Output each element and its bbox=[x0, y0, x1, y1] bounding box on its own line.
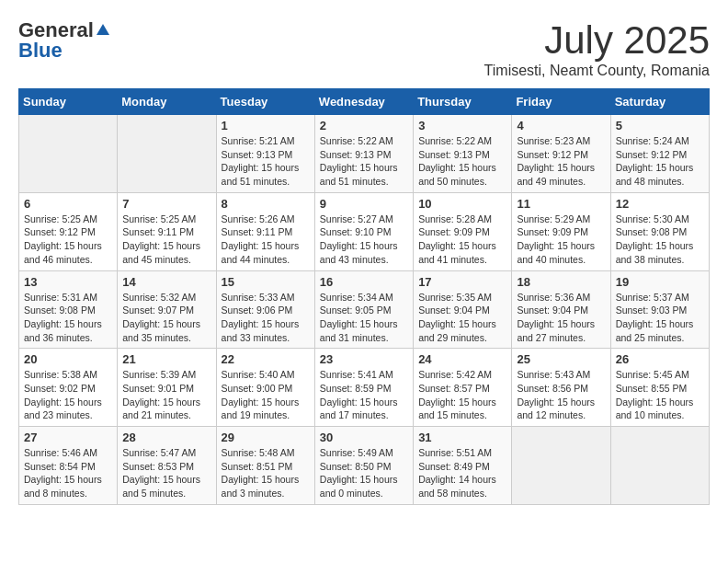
day-number: 14 bbox=[122, 275, 210, 289]
day-number: 13 bbox=[24, 275, 112, 289]
day-info: Sunrise: 5:48 AM Sunset: 8:51 PM Dayligh… bbox=[222, 446, 310, 500]
day-info: Sunrise: 5:23 AM Sunset: 9:12 PM Dayligh… bbox=[517, 134, 605, 189]
calendar-cell: 16Sunrise: 5:34 AM Sunset: 9:05 PM Dayli… bbox=[314, 270, 413, 349]
day-info: Sunrise: 5:29 AM Sunset: 9:09 PM Dayligh… bbox=[517, 213, 605, 267]
day-info: Sunrise: 5:36 AM Sunset: 9:04 PM Dayligh… bbox=[517, 291, 605, 345]
page-title: July 2025 bbox=[484, 18, 710, 63]
calendar-cell: 23Sunrise: 5:41 AM Sunset: 8:59 PM Dayli… bbox=[314, 349, 413, 427]
calendar-cell: 25Sunrise: 5:43 AM Sunset: 8:56 PM Dayli… bbox=[512, 349, 610, 427]
day-info: Sunrise: 5:21 AM Sunset: 9:13 PM Dayligh… bbox=[222, 134, 310, 189]
calendar-cell: 15Sunrise: 5:33 AM Sunset: 9:06 PM Dayli… bbox=[216, 270, 314, 349]
day-info: Sunrise: 5:38 AM Sunset: 9:02 PM Dayligh… bbox=[24, 368, 112, 422]
title-block: July 2025 Timisesti, Neamt County, Roman… bbox=[484, 18, 710, 79]
calendar-cell: 21Sunrise: 5:39 AM Sunset: 9:01 PM Dayli… bbox=[118, 349, 216, 427]
calendar-cell: 9Sunrise: 5:27 AM Sunset: 9:10 PM Daylig… bbox=[314, 192, 413, 270]
calendar-cell: 18Sunrise: 5:36 AM Sunset: 9:04 PM Dayli… bbox=[512, 270, 610, 349]
day-number: 27 bbox=[24, 431, 112, 444]
calendar-cell: 17Sunrise: 5:35 AM Sunset: 9:04 PM Dayli… bbox=[414, 270, 512, 349]
calendar-cell: 5Sunrise: 5:24 AM Sunset: 9:12 PM Daylig… bbox=[610, 115, 709, 193]
calendar-cell: 29Sunrise: 5:48 AM Sunset: 8:51 PM Dayli… bbox=[216, 427, 314, 505]
day-info: Sunrise: 5:22 AM Sunset: 9:13 PM Dayligh… bbox=[418, 134, 506, 189]
day-number: 8 bbox=[222, 197, 310, 211]
column-header-saturday: Saturday bbox=[610, 89, 709, 115]
day-number: 30 bbox=[320, 431, 408, 444]
calendar-cell: 4Sunrise: 5:23 AM Sunset: 9:12 PM Daylig… bbox=[512, 115, 610, 193]
day-number: 3 bbox=[418, 119, 506, 132]
day-number: 11 bbox=[517, 197, 605, 211]
day-info: Sunrise: 5:22 AM Sunset: 9:13 PM Dayligh… bbox=[320, 134, 408, 189]
calendar-cell bbox=[19, 115, 118, 193]
calendar-cell bbox=[512, 427, 610, 505]
day-info: Sunrise: 5:45 AM Sunset: 8:55 PM Dayligh… bbox=[616, 368, 704, 422]
day-number: 6 bbox=[24, 197, 112, 211]
day-number: 22 bbox=[222, 352, 310, 366]
calendar-week-row: 1Sunrise: 5:21 AM Sunset: 9:13 PM Daylig… bbox=[19, 115, 710, 193]
calendar-cell: 13Sunrise: 5:31 AM Sunset: 9:08 PM Dayli… bbox=[19, 270, 118, 349]
day-info: Sunrise: 5:25 AM Sunset: 9:11 PM Dayligh… bbox=[122, 213, 210, 267]
day-info: Sunrise: 5:25 AM Sunset: 9:12 PM Dayligh… bbox=[24, 213, 112, 267]
calendar-table: SundayMondayTuesdayWednesdayThursdayFrid… bbox=[18, 88, 710, 505]
calendar-cell: 19Sunrise: 5:37 AM Sunset: 9:03 PM Dayli… bbox=[610, 270, 709, 349]
calendar-header-row: SundayMondayTuesdayWednesdayThursdayFrid… bbox=[19, 89, 710, 115]
day-number: 17 bbox=[418, 275, 506, 289]
calendar-cell: 14Sunrise: 5:32 AM Sunset: 9:07 PM Dayli… bbox=[118, 270, 216, 349]
day-number: 7 bbox=[122, 197, 210, 211]
day-info: Sunrise: 5:30 AM Sunset: 9:08 PM Dayligh… bbox=[616, 213, 704, 267]
column-header-sunday: Sunday bbox=[19, 89, 118, 115]
day-info: Sunrise: 5:32 AM Sunset: 9:07 PM Dayligh… bbox=[122, 291, 210, 345]
calendar-cell: 2Sunrise: 5:22 AM Sunset: 9:13 PM Daylig… bbox=[314, 115, 413, 193]
calendar-week-row: 27Sunrise: 5:46 AM Sunset: 8:54 PM Dayli… bbox=[19, 427, 710, 505]
day-number: 31 bbox=[418, 431, 506, 444]
day-number: 18 bbox=[517, 275, 605, 289]
calendar-cell: 3Sunrise: 5:22 AM Sunset: 9:13 PM Daylig… bbox=[414, 115, 512, 193]
day-info: Sunrise: 5:27 AM Sunset: 9:10 PM Dayligh… bbox=[320, 213, 408, 267]
day-number: 26 bbox=[616, 352, 704, 366]
day-info: Sunrise: 5:40 AM Sunset: 9:00 PM Dayligh… bbox=[222, 368, 310, 422]
day-info: Sunrise: 5:43 AM Sunset: 8:56 PM Dayligh… bbox=[517, 368, 605, 422]
logo-blue-text: Blue bbox=[18, 39, 63, 63]
day-number: 29 bbox=[222, 431, 310, 444]
column-header-thursday: Thursday bbox=[414, 89, 512, 115]
calendar-cell: 8Sunrise: 5:26 AM Sunset: 9:11 PM Daylig… bbox=[216, 192, 314, 270]
calendar-week-row: 20Sunrise: 5:38 AM Sunset: 9:02 PM Dayli… bbox=[19, 349, 710, 427]
calendar-cell: 10Sunrise: 5:28 AM Sunset: 9:09 PM Dayli… bbox=[414, 192, 512, 270]
day-number: 25 bbox=[517, 352, 605, 366]
day-number: 28 bbox=[122, 431, 210, 444]
day-info: Sunrise: 5:41 AM Sunset: 8:59 PM Dayligh… bbox=[320, 368, 408, 422]
day-info: Sunrise: 5:35 AM Sunset: 9:04 PM Dayligh… bbox=[418, 291, 506, 345]
day-info: Sunrise: 5:39 AM Sunset: 9:01 PM Dayligh… bbox=[122, 368, 210, 422]
page-header: General Blue July 2025 Timisesti, Neamt … bbox=[18, 18, 710, 79]
day-number: 1 bbox=[222, 119, 310, 132]
day-number: 12 bbox=[616, 197, 704, 211]
day-number: 23 bbox=[320, 352, 408, 366]
day-number: 21 bbox=[122, 352, 210, 366]
calendar-cell: 26Sunrise: 5:45 AM Sunset: 8:55 PM Dayli… bbox=[610, 349, 709, 427]
day-info: Sunrise: 5:34 AM Sunset: 9:05 PM Dayligh… bbox=[320, 291, 408, 345]
calendar-cell: 7Sunrise: 5:25 AM Sunset: 9:11 PM Daylig… bbox=[118, 192, 216, 270]
logo: General Blue bbox=[18, 18, 109, 63]
calendar-cell: 31Sunrise: 5:51 AM Sunset: 8:49 PM Dayli… bbox=[414, 427, 512, 505]
logo-triangle-icon bbox=[97, 24, 109, 35]
day-info: Sunrise: 5:37 AM Sunset: 9:03 PM Dayligh… bbox=[616, 291, 704, 345]
calendar-cell: 6Sunrise: 5:25 AM Sunset: 9:12 PM Daylig… bbox=[19, 192, 118, 270]
day-number: 20 bbox=[24, 352, 112, 366]
day-info: Sunrise: 5:33 AM Sunset: 9:06 PM Dayligh… bbox=[222, 291, 310, 345]
day-info: Sunrise: 5:42 AM Sunset: 8:57 PM Dayligh… bbox=[418, 368, 506, 422]
calendar-cell: 1Sunrise: 5:21 AM Sunset: 9:13 PM Daylig… bbox=[216, 115, 314, 193]
day-number: 2 bbox=[320, 119, 408, 132]
day-number: 15 bbox=[222, 275, 310, 289]
day-info: Sunrise: 5:31 AM Sunset: 9:08 PM Dayligh… bbox=[24, 291, 112, 345]
calendar-cell: 20Sunrise: 5:38 AM Sunset: 9:02 PM Dayli… bbox=[19, 349, 118, 427]
calendar-cell bbox=[610, 427, 709, 505]
calendar-week-row: 6Sunrise: 5:25 AM Sunset: 9:12 PM Daylig… bbox=[19, 192, 710, 270]
calendar-cell: 27Sunrise: 5:46 AM Sunset: 8:54 PM Dayli… bbox=[19, 427, 118, 505]
day-number: 24 bbox=[418, 352, 506, 366]
location-subtitle: Timisesti, Neamt County, Romania bbox=[484, 63, 710, 79]
day-number: 10 bbox=[418, 197, 506, 211]
day-info: Sunrise: 5:26 AM Sunset: 9:11 PM Dayligh… bbox=[222, 213, 310, 267]
day-number: 4 bbox=[517, 119, 605, 132]
day-number: 16 bbox=[320, 275, 408, 289]
day-info: Sunrise: 5:24 AM Sunset: 9:12 PM Dayligh… bbox=[616, 134, 704, 189]
day-number: 5 bbox=[616, 119, 704, 132]
calendar-cell: 11Sunrise: 5:29 AM Sunset: 9:09 PM Dayli… bbox=[512, 192, 610, 270]
